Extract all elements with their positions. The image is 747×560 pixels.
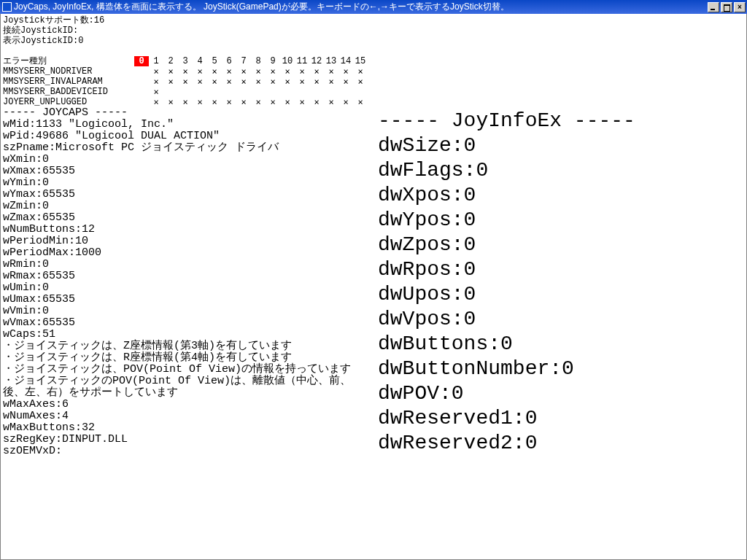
error-cell: × xyxy=(193,66,207,77)
error-cell xyxy=(338,87,353,97)
matrix-col-15: 15 xyxy=(353,56,368,66)
cap-z-axis: ・ジョイスティックは、Z座標情報(第3軸)を有しています xyxy=(3,340,292,352)
display-id: 表示JoystickID:0 xyxy=(3,36,83,46)
cap-pov-discrete: ・ジョイスティックのPOV(Point Of View)は、離散値（中心、前、後… xyxy=(3,376,368,399)
matrix-col-11: 11 xyxy=(295,56,309,66)
error-cell xyxy=(163,87,178,97)
wRmax: wRmax:65535 xyxy=(3,270,75,282)
error-cell xyxy=(353,87,368,97)
wMaxButtons: wMaxButtons:32 xyxy=(3,421,95,434)
wMaxAxes: wMaxAxes:6 xyxy=(3,398,69,411)
error-cell: × xyxy=(338,97,353,107)
error-cell: × xyxy=(178,97,193,107)
error-cell xyxy=(236,87,251,97)
szOEMVxD: szOEMVxD: xyxy=(3,445,62,457)
error-cell xyxy=(134,87,149,97)
client-area: Joystickサポート数:16 接続JoystickID: 表示Joystic… xyxy=(0,14,747,560)
error-cell: × xyxy=(338,66,353,77)
wRmin: wRmin:0 xyxy=(3,258,49,271)
dwYpos: dwYpos:0 xyxy=(378,209,476,231)
dwButtonNumber: dwButtonNumber:0 xyxy=(378,357,574,380)
error-cell xyxy=(266,87,280,97)
wUmin: wUmin:0 xyxy=(3,281,49,294)
error-cell: × xyxy=(163,66,178,77)
error-cell: × xyxy=(163,97,178,107)
error-cell: × xyxy=(280,97,295,107)
error-cell: × xyxy=(251,77,266,87)
dwXpos: dwXpos:0 xyxy=(378,184,476,206)
error-cell: × xyxy=(309,66,324,77)
wYmin: wYmin:0 xyxy=(3,176,49,189)
matrix-col-3: 3 xyxy=(178,56,193,66)
wXmax: wXmax:65535 xyxy=(3,165,75,177)
close-button[interactable]: × xyxy=(734,2,746,12)
error-cell xyxy=(134,97,149,107)
error-cell: × xyxy=(207,97,222,107)
minimize-button[interactable] xyxy=(708,2,719,12)
error-cell: × xyxy=(309,77,324,87)
matrix-header-label: エラー種別 xyxy=(3,56,134,66)
wNumAxes: wNumAxes:4 xyxy=(3,410,69,422)
connected-id: 接続JoystickID: xyxy=(3,26,78,36)
error-cell: × xyxy=(236,66,251,77)
wZmax: wZmax:65535 xyxy=(3,211,75,224)
error-cell: × xyxy=(222,77,236,87)
wUmax: wUmax:65535 xyxy=(3,293,75,306)
dwSize: dwSize:0 xyxy=(378,134,476,157)
joycaps-block: ----- JOYCAPS ----- wMid:1133 "Logicool,… xyxy=(3,107,368,457)
dwPOV: dwPOV:0 xyxy=(378,382,464,405)
cap-pov: ・ジョイスティックは、POV(Point Of View)の情報を持っています xyxy=(3,363,351,376)
error-label: MMSYSERR_INVALPARAM xyxy=(3,77,134,87)
wPeriodMax: wPeriodMax:1000 xyxy=(3,246,101,259)
cap-r-axis: ・ジョイスティックは、R座標情報(第4軸)を有しています xyxy=(3,351,292,364)
app-icon xyxy=(2,2,12,12)
dwButtons: dwButtons:0 xyxy=(378,332,513,355)
matrix-row: MMSYSERR_INVALPARAM××××××××××××××× xyxy=(3,77,368,87)
matrix-col-0: 0 xyxy=(134,56,149,66)
matrix-row: JOYERR_UNPLUGGED××××××××××××××× xyxy=(3,97,368,107)
matrix-row: MMSYSERR_BADDEVICEID× xyxy=(3,87,368,97)
error-cell xyxy=(280,87,295,97)
error-cell xyxy=(207,87,222,97)
maximize-button[interactable] xyxy=(721,2,732,12)
error-cell xyxy=(193,87,207,97)
error-label: JOYERR_UNPLUGGED xyxy=(3,97,134,107)
error-cell: × xyxy=(236,97,251,107)
error-cell xyxy=(134,77,149,87)
error-cell xyxy=(251,87,266,97)
matrix-header-row: エラー種別 0123456789101112131415 xyxy=(3,56,368,66)
matrix-col-6: 6 xyxy=(222,56,236,66)
matrix-col-5: 5 xyxy=(207,56,222,66)
error-cell: × xyxy=(251,66,266,77)
error-cell: × xyxy=(178,77,193,87)
error-cell: × xyxy=(280,66,295,77)
matrix-col-4: 4 xyxy=(193,56,207,66)
matrix-col-2: 2 xyxy=(163,56,178,66)
joystick-summary: Joystickサポート数:16 接続JoystickID: 表示Joystic… xyxy=(3,15,104,46)
error-cell: × xyxy=(207,77,222,87)
wNumButtons: wNumButtons:12 xyxy=(3,223,95,236)
joyinfoex-block: ----- JoyInfoEx ----- dwSize:0 dwFlags:0… xyxy=(378,109,635,456)
joyinfoex-header: ----- JoyInfoEx ----- xyxy=(378,109,635,132)
error-cell: × xyxy=(251,97,266,107)
window-titlebar[interactable]: JoyCaps, JoyInfoEx, 構造体を画面に表示する。 JoyStic… xyxy=(0,0,747,14)
error-cell: × xyxy=(207,66,222,77)
dwFlags: dwFlags:0 xyxy=(378,159,488,182)
joycaps-header: ----- JOYCAPS ----- xyxy=(3,106,128,119)
wPeriodMin: wPeriodMin:10 xyxy=(3,235,88,247)
szPname: szPname:Microsoft PC ジョイスティック ドライバ xyxy=(3,141,279,154)
error-cell: × xyxy=(266,77,280,87)
wMid: wMid:1133 "Logicool, Inc." xyxy=(3,118,174,131)
error-cell: × xyxy=(149,97,163,107)
matrix-col-10: 10 xyxy=(280,56,295,66)
error-cell: × xyxy=(149,66,163,77)
error-label: MMSYSERR_BADDEVICEID xyxy=(3,87,134,97)
error-cell xyxy=(222,87,236,97)
matrix-col-8: 8 xyxy=(251,56,266,66)
wPid: wPid:49686 "Logicool DUAL ACTION" xyxy=(3,130,220,142)
dwReserved2: dwReserved2:0 xyxy=(378,432,537,454)
error-cell: × xyxy=(324,97,338,107)
error-cell: × xyxy=(222,66,236,77)
error-cell: × xyxy=(193,97,207,107)
wCaps: wCaps:51 xyxy=(3,328,55,341)
